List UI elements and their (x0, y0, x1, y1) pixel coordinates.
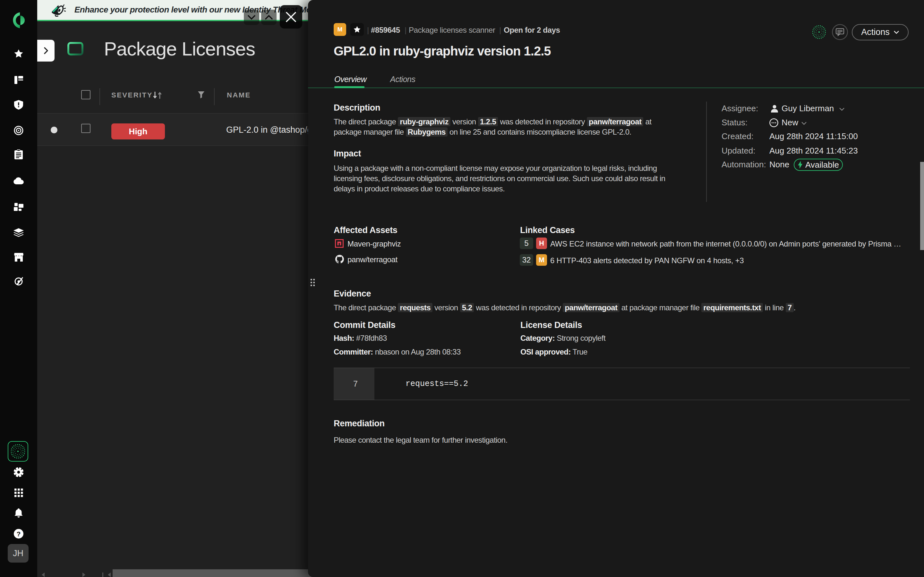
svg-text:?: ? (17, 530, 21, 538)
